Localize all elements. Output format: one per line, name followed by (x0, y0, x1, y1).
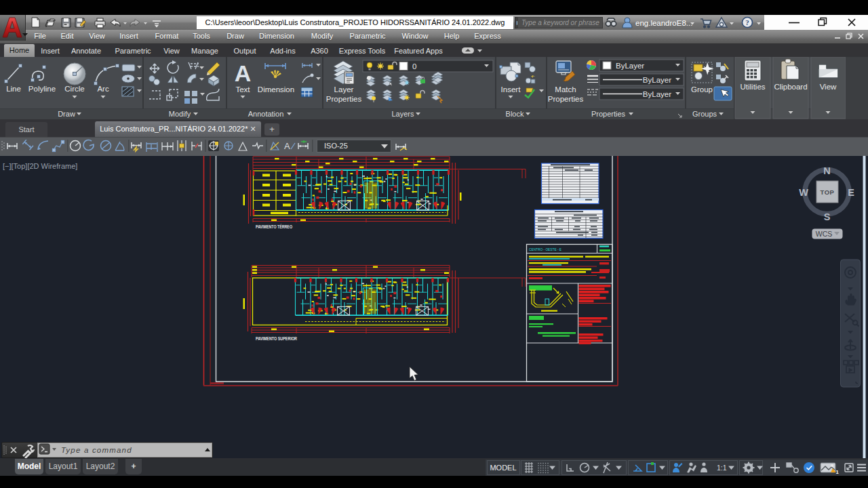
svg-text:Circle: Circle (64, 85, 84, 93)
svg-text:0: 0 (412, 62, 416, 70)
svg-text:Type a command: Type a command (61, 446, 132, 454)
svg-text:A: A (284, 141, 290, 151)
svg-text:Layer: Layer (334, 85, 354, 94)
svg-text:MODEL: MODEL (490, 464, 516, 472)
svg-text:Annotation: Annotation (248, 110, 284, 118)
svg-text:W: W (799, 187, 808, 198)
svg-text:Clipboard: Clipboard (774, 83, 807, 91)
svg-text:Properties: Properties (326, 95, 362, 103)
svg-text:eng.leandroE8...: eng.leandroE8... (635, 19, 692, 27)
svg-text:Modify: Modify (169, 110, 191, 118)
svg-text:Arc: Arc (97, 85, 109, 93)
svg-text:1: 1 (836, 469, 839, 475)
svg-text:N: N (823, 165, 830, 176)
svg-text:View: View (820, 83, 837, 91)
svg-text:E: E (848, 187, 854, 198)
svg-text:A: A (235, 60, 252, 86)
svg-text:S: S (824, 211, 831, 222)
svg-text:[−][Top][2D Wireframe]: [−][Top][2D Wireframe] (3, 162, 77, 170)
svg-text:Group: Group (691, 85, 713, 94)
svg-text:Groups: Groups (692, 110, 717, 118)
svg-text:ByLayer: ByLayer (643, 76, 671, 84)
svg-text:ByLayer: ByLayer (616, 62, 644, 70)
svg-text:?: ? (745, 18, 749, 26)
svg-text:ByLayer: ByLayer (643, 90, 671, 98)
svg-text:Insert: Insert (501, 85, 521, 94)
svg-text:TOP: TOP (821, 188, 835, 196)
svg-text:Dimension: Dimension (258, 85, 294, 94)
svg-text:Utilities: Utilities (740, 83, 765, 91)
svg-text:Properties: Properties (548, 95, 584, 103)
svg-text:CENTRO - OESTE - E: CENTRO - OESTE - E (529, 247, 561, 251)
svg-text:Block: Block (506, 110, 524, 118)
svg-text:Match: Match (555, 85, 576, 94)
svg-text:WCS: WCS (816, 230, 833, 238)
svg-text:PAVIMENTO TÉRREO: PAVIMENTO TÉRREO (256, 224, 292, 229)
svg-text:Line: Line (6, 85, 21, 93)
svg-text:Layers: Layers (391, 110, 414, 118)
svg-text:Polyline: Polyline (28, 85, 56, 93)
svg-text:Text: Text (235, 85, 250, 94)
svg-text:1:1: 1:1 (717, 464, 727, 472)
svg-text:Properties: Properties (591, 110, 626, 118)
svg-text:Draw: Draw (58, 110, 75, 118)
svg-text:PAVIMENTO SUPERIOR: PAVIMENTO SUPERIOR (256, 336, 297, 341)
